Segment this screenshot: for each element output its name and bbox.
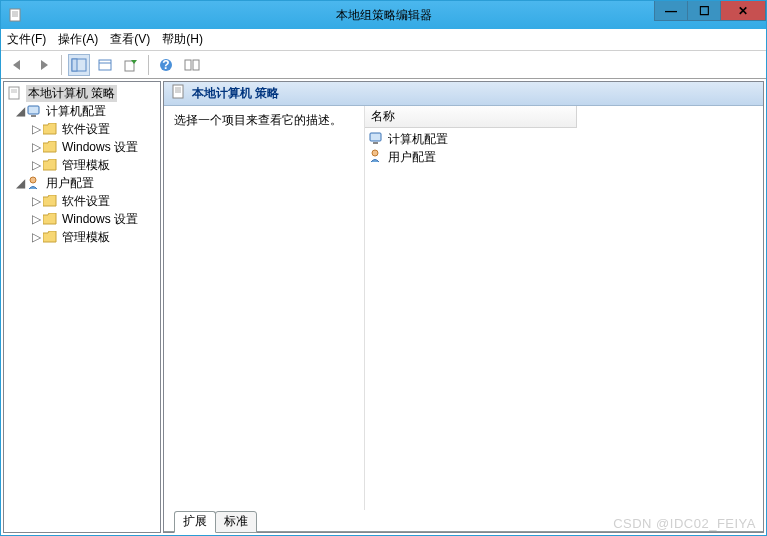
detail-body: 选择一个项目来查看它的描述。 名称 计算机配置 用户配置: [164, 106, 763, 510]
menu-help[interactable]: 帮助(H): [162, 31, 203, 48]
show-tree-icon[interactable]: [68, 54, 90, 76]
computer-icon: [369, 131, 384, 148]
list-column: 名称 计算机配置 用户配置: [364, 106, 763, 510]
tabs-row: 扩展 标准: [164, 510, 763, 532]
tree-user-config[interactable]: ◢ 用户配置: [4, 174, 160, 192]
menu-view[interactable]: 查看(V): [110, 31, 150, 48]
window-title: 本地组策略编辑器: [336, 7, 432, 24]
menu-file[interactable]: 文件(F): [7, 31, 46, 48]
expander-expand-icon[interactable]: ▷: [30, 140, 42, 154]
svg-rect-0: [10, 9, 20, 21]
tree-root[interactable]: 本地计算机 策略: [4, 84, 160, 102]
minimize-button[interactable]: —: [654, 1, 688, 21]
tab-extended[interactable]: 扩展: [174, 511, 216, 533]
computer-icon: [26, 103, 42, 119]
tree-label: 管理模板: [62, 229, 110, 246]
svg-rect-23: [370, 133, 381, 141]
svg-point-18: [30, 177, 36, 183]
tree-windows-settings[interactable]: ▷ Windows 设置: [4, 138, 160, 156]
svg-rect-13: [9, 87, 19, 99]
svg-text:?: ?: [162, 58, 169, 72]
list-item-label: 用户配置: [388, 149, 436, 166]
menubar: 文件(F) 操作(A) 查看(V) 帮助(H): [1, 29, 766, 51]
back-icon[interactable]: [7, 54, 29, 76]
policy-icon: [170, 84, 186, 103]
expander-collapse-icon[interactable]: ◢: [14, 176, 26, 190]
tree-computer-config[interactable]: ◢ 计算机配置: [4, 102, 160, 120]
expander-expand-icon[interactable]: ▷: [30, 230, 42, 244]
tab-standard[interactable]: 标准: [215, 511, 257, 533]
tree-label: 软件设置: [62, 121, 110, 138]
tree-admin-templates[interactable]: ▷ 管理模板: [4, 228, 160, 246]
titlebar[interactable]: 本地组策略编辑器 — ☐ ✕: [1, 1, 766, 29]
policy-icon: [6, 85, 22, 101]
folder-icon: [42, 193, 58, 209]
tree-root-label: 本地计算机 策略: [26, 85, 117, 102]
user-icon: [26, 175, 42, 191]
toolbar: ?: [1, 51, 766, 79]
svg-rect-11: [185, 60, 191, 70]
expander-expand-icon[interactable]: ▷: [30, 212, 42, 226]
menu-action[interactable]: 操作(A): [58, 31, 98, 48]
tree-label: Windows 设置: [62, 211, 138, 228]
body-area: 本地计算机 策略 ◢ 计算机配置 ▷ 软件设置 ▷ Windows 设置 ▷ 管…: [1, 79, 766, 535]
list-item-label: 计算机配置: [388, 131, 448, 148]
svg-rect-24: [373, 142, 378, 144]
tree-label: 软件设置: [62, 193, 110, 210]
folder-icon: [42, 139, 58, 155]
svg-point-25: [372, 150, 378, 156]
description-column: 选择一个项目来查看它的描述。: [164, 106, 364, 510]
tree-windows-settings[interactable]: ▷ Windows 设置: [4, 210, 160, 228]
tree-software-settings[interactable]: ▷ 软件设置: [4, 192, 160, 210]
svg-rect-6: [99, 60, 111, 70]
expander-expand-icon[interactable]: ▷: [30, 194, 42, 208]
app-window: 本地组策略编辑器 — ☐ ✕ 文件(F) 操作(A) 查看(V) 帮助(H) ?…: [0, 0, 767, 536]
folder-icon: [42, 229, 58, 245]
view-mode-icon[interactable]: [181, 54, 203, 76]
description-text: 选择一个项目来查看它的描述。: [174, 113, 342, 127]
app-icon: [7, 7, 23, 23]
expander-expand-icon[interactable]: ▷: [30, 122, 42, 136]
toolbar-separator: [61, 55, 62, 75]
close-button[interactable]: ✕: [720, 1, 766, 21]
window-controls: — ☐ ✕: [655, 1, 766, 21]
help-icon[interactable]: ?: [155, 54, 177, 76]
export-icon[interactable]: [120, 54, 142, 76]
svg-rect-17: [31, 115, 36, 117]
expander-collapse-icon[interactable]: ◢: [14, 104, 26, 118]
list-item-user[interactable]: 用户配置: [365, 148, 763, 166]
tree-admin-templates[interactable]: ▷ 管理模板: [4, 156, 160, 174]
maximize-button[interactable]: ☐: [687, 1, 721, 21]
expander-expand-icon[interactable]: ▷: [30, 158, 42, 172]
forward-icon[interactable]: [33, 54, 55, 76]
svg-rect-16: [28, 106, 39, 114]
folder-icon: [42, 211, 58, 227]
column-header-name[interactable]: 名称: [365, 106, 577, 128]
toolbar-separator: [148, 55, 149, 75]
folder-icon: [42, 121, 58, 137]
detail-title: 本地计算机 策略: [192, 85, 279, 102]
tree-label: 管理模板: [62, 157, 110, 174]
tree-label: 计算机配置: [46, 103, 106, 120]
folder-icon: [42, 157, 58, 173]
tree-label: Windows 设置: [62, 139, 138, 156]
properties-icon[interactable]: [94, 54, 116, 76]
list-items: 计算机配置 用户配置: [365, 128, 763, 168]
tree-software-settings[interactable]: ▷ 软件设置: [4, 120, 160, 138]
list-item-computer[interactable]: 计算机配置: [365, 130, 763, 148]
tree-label: 用户配置: [46, 175, 94, 192]
detail-panel: 本地计算机 策略 选择一个项目来查看它的描述。 名称 计算机配置: [163, 81, 764, 533]
svg-rect-12: [193, 60, 199, 70]
user-icon: [369, 149, 384, 166]
svg-rect-5: [72, 59, 77, 71]
svg-rect-8: [125, 61, 134, 71]
tree-panel[interactable]: 本地计算机 策略 ◢ 计算机配置 ▷ 软件设置 ▷ Windows 设置 ▷ 管…: [3, 81, 161, 533]
detail-header: 本地计算机 策略: [164, 82, 763, 106]
